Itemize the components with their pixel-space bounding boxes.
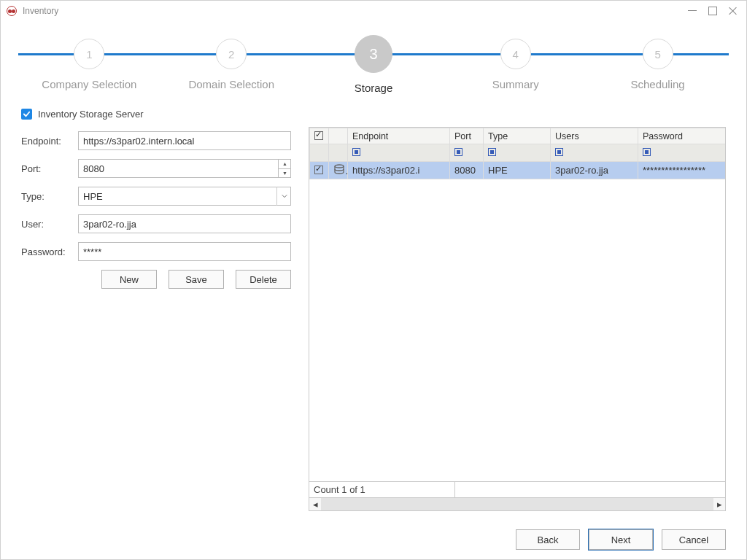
titlebar: Inventory: [1, 1, 746, 21]
header-endpoint[interactable]: Endpoint: [348, 128, 450, 144]
step-label: Storage: [355, 82, 393, 94]
count-bar: Count 1 of 1: [309, 482, 726, 498]
app-icon: [7, 6, 17, 16]
scroll-right-icon[interactable]: ▸: [713, 498, 725, 510]
filter-users[interactable]: [551, 144, 638, 162]
filter-icon: [454, 148, 462, 156]
step-4[interactable]: 4Summary: [444, 39, 587, 94]
scroll-left-icon[interactable]: ◂: [309, 498, 321, 510]
storage-grid-pane: Endpoint Port Type Users Password: [309, 127, 726, 511]
filter-type[interactable]: [484, 144, 551, 162]
header-password[interactable]: Password: [638, 128, 727, 144]
cancel-button[interactable]: Cancel: [662, 529, 726, 550]
next-button[interactable]: Next: [589, 529, 653, 550]
step-number: 5: [643, 39, 673, 69]
inventory-storage-label: Inventory Storage Server: [38, 109, 144, 120]
step-1[interactable]: 1Company Selection: [18, 39, 160, 94]
step-label: Domain Selection: [188, 78, 274, 90]
filter-icon: [352, 148, 360, 156]
type-select[interactable]: HPE: [78, 187, 291, 206]
table-row[interactable]: https://s3par02.i 8080 HPE 3par02-ro.jja…: [310, 162, 727, 179]
type-label: Type:: [21, 191, 78, 202]
storage-form: Endpoint: https://s3par02.intern.local P…: [21, 127, 291, 511]
wizard-steps: 1Company Selection2Domain Selection3Stor…: [18, 31, 729, 97]
filter-port[interactable]: [450, 144, 484, 162]
step-number: 2: [216, 39, 247, 69]
filter-endpoint[interactable]: [348, 144, 450, 162]
user-label: User:: [21, 219, 78, 230]
window-title: Inventory: [23, 6, 58, 16]
header-icon: [329, 128, 348, 144]
step-number: 1: [74, 39, 104, 69]
inventory-storage-checkbox-row: Inventory Storage Server: [21, 109, 726, 120]
horizontal-scrollbar[interactable]: ◂ ▸: [309, 498, 726, 511]
step-3[interactable]: 3Storage: [303, 39, 445, 94]
row-type: HPE: [484, 162, 551, 179]
port-label: Port:: [21, 163, 78, 174]
port-input[interactable]: 8080: [78, 159, 291, 178]
close-button[interactable]: [729, 7, 738, 15]
inventory-storage-checkbox[interactable]: [21, 109, 32, 120]
step-label: Scheduling: [630, 78, 684, 90]
back-button[interactable]: Back: [516, 529, 580, 550]
count-label: Count 1 of 1: [309, 482, 455, 497]
endpoint-label: Endpoint:: [21, 136, 78, 147]
password-label: Password:: [21, 246, 78, 257]
svg-point-0: [335, 165, 344, 168]
chevron-down-icon[interactable]: [276, 187, 291, 206]
password-input[interactable]: *****: [78, 242, 291, 261]
step-number: 4: [500, 39, 531, 69]
step-5[interactable]: 5Scheduling: [587, 39, 729, 94]
row-port: 8080: [450, 162, 484, 179]
filter-icon: [488, 148, 496, 156]
port-spin-up[interactable]: ▲: [278, 159, 291, 169]
step-number: 3: [355, 35, 392, 73]
step-label: Company Selection: [42, 78, 136, 90]
header-type[interactable]: Type: [484, 128, 551, 144]
step-2[interactable]: 2Domain Selection: [160, 39, 303, 94]
port-spin-down[interactable]: ▼: [278, 169, 291, 179]
storage-grid: Endpoint Port Type Users Password: [309, 127, 726, 482]
maximize-button[interactable]: [708, 7, 717, 15]
filter-icon: [643, 148, 651, 156]
storage-table: Endpoint Port Type Users Password: [309, 128, 726, 179]
delete-button[interactable]: Delete: [236, 270, 291, 289]
row-check-cell[interactable]: [310, 162, 329, 179]
minimize-button[interactable]: [688, 7, 697, 15]
step-label: Summary: [492, 78, 539, 90]
filter-password[interactable]: [638, 144, 727, 162]
row-password: *****************: [638, 162, 727, 179]
row-users: 3par02-ro.jja: [551, 162, 638, 179]
filter-icon: [555, 148, 563, 156]
user-input[interactable]: 3par02-ro.jja: [78, 214, 291, 233]
new-button[interactable]: New: [101, 270, 157, 289]
header-users[interactable]: Users: [551, 128, 638, 144]
storage-icon: [329, 162, 348, 179]
save-button[interactable]: Save: [169, 270, 224, 289]
row-endpoint: https://s3par02.i: [348, 162, 450, 179]
inventory-window: Inventory 1Company Selection2Domain Sele…: [0, 0, 747, 560]
endpoint-input[interactable]: https://s3par02.intern.local: [78, 131, 291, 150]
header-check[interactable]: [310, 128, 329, 144]
header-port[interactable]: Port: [450, 128, 484, 144]
wizard-footer: Back Next Cancel: [1, 520, 746, 559]
window-buttons: [688, 7, 742, 15]
